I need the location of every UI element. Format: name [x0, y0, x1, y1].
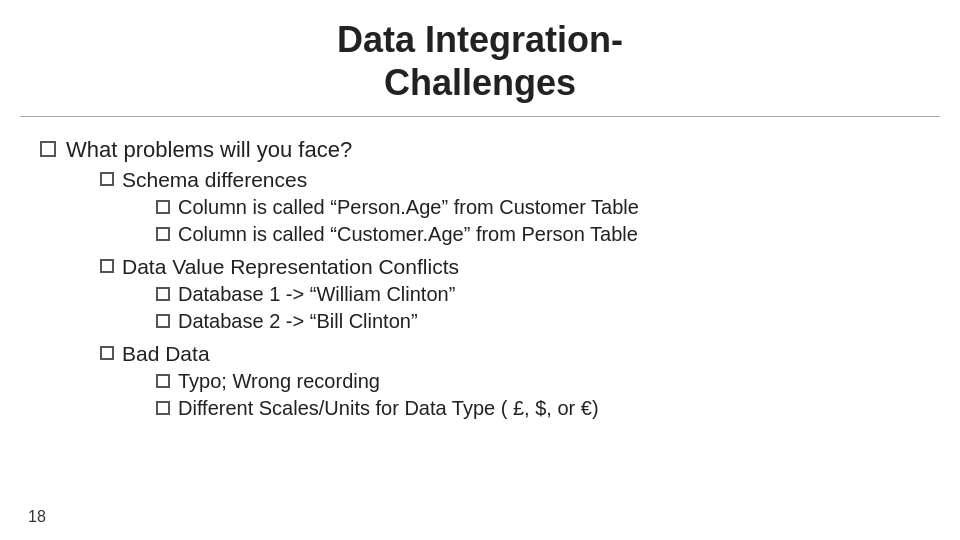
list-item-l3-schema-1: Column is called “Person.Age” from Custo…: [156, 196, 639, 219]
list-item-l2-bad-content: Bad Data Typo; Wrong recording Different…: [122, 342, 599, 424]
sub-list-l3-bad: Typo; Wrong recording Different Scales/U…: [122, 370, 599, 420]
list-item-l3-bad-1-text: Typo; Wrong recording: [178, 370, 380, 393]
list-item-l3-dvrc-1: Database 1 -> “William Clinton”: [156, 283, 459, 306]
list-item-l3-bad-1: Typo; Wrong recording: [156, 370, 599, 393]
slide-header: Data Integration- Challenges: [0, 0, 960, 116]
title-divider: [20, 116, 940, 117]
title-line2: Challenges: [384, 62, 576, 103]
checkbox-l3-b2: [156, 401, 170, 415]
list-item-l2-bad: Bad Data Typo; Wrong recording Different…: [100, 342, 639, 424]
list-item-l1-text: What problems will you face?: [66, 137, 352, 162]
checkbox-l3-b1: [156, 374, 170, 388]
checkbox-l2-bad: [100, 346, 114, 360]
list-item-l2-schema-text: Schema differences: [122, 168, 307, 191]
list-item-l3-dvrc-1-text: Database 1 -> “William Clinton”: [178, 283, 455, 306]
slide-title: Data Integration- Challenges: [40, 18, 920, 104]
list-item-l1: What problems will you face? Schema diff…: [40, 137, 920, 429]
checkbox-l2-dvrc: [100, 259, 114, 273]
list-item-l3-schema-2: Column is called “Customer.Age” from Per…: [156, 223, 639, 246]
sub-list-l3-dvrc: Database 1 -> “William Clinton” Database…: [122, 283, 459, 333]
list-item-l2-bad-text: Bad Data: [122, 342, 210, 365]
slide-content: What problems will you face? Schema diff…: [0, 129, 960, 447]
checkbox-l3-s1: [156, 200, 170, 214]
list-item-l3-dvrc-2: Database 2 -> “Bill Clinton”: [156, 310, 459, 333]
main-list: What problems will you face? Schema diff…: [40, 137, 920, 429]
list-item-l3-dvrc-2-text: Database 2 -> “Bill Clinton”: [178, 310, 418, 333]
sub-list-l3-schema: Column is called “Person.Age” from Custo…: [122, 196, 639, 246]
slide: Data Integration- Challenges What proble…: [0, 0, 960, 540]
page-number: 18: [28, 508, 46, 526]
list-item-l2-schema: Schema differences Column is called “Per…: [100, 168, 639, 250]
list-item-l3-bad-2-text: Different Scales/Units for Data Type ( £…: [178, 397, 599, 420]
checkbox-l3-s2: [156, 227, 170, 241]
list-item-l3-schema-1-text: Column is called “Person.Age” from Custo…: [178, 196, 639, 219]
list-item-l1-content: What problems will you face? Schema diff…: [66, 137, 639, 429]
title-line1: Data Integration-: [337, 19, 623, 60]
checkbox-l1: [40, 141, 56, 157]
list-item-l3-schema-2-text: Column is called “Customer.Age” from Per…: [178, 223, 638, 246]
list-item-l2-dvrc-content: Data Value Representation Conflicts Data…: [122, 255, 459, 337]
checkbox-l3-d1: [156, 287, 170, 301]
list-item-l2-dvrc-text: Data Value Representation Conflicts: [122, 255, 459, 278]
checkbox-l2-schema: [100, 172, 114, 186]
list-item-l2-schema-content: Schema differences Column is called “Per…: [122, 168, 639, 250]
list-item-l2-dvrc: Data Value Representation Conflicts Data…: [100, 255, 639, 337]
checkbox-l3-d2: [156, 314, 170, 328]
sub-list-l2: Schema differences Column is called “Per…: [66, 168, 639, 424]
list-item-l3-bad-2: Different Scales/Units for Data Type ( £…: [156, 397, 599, 420]
